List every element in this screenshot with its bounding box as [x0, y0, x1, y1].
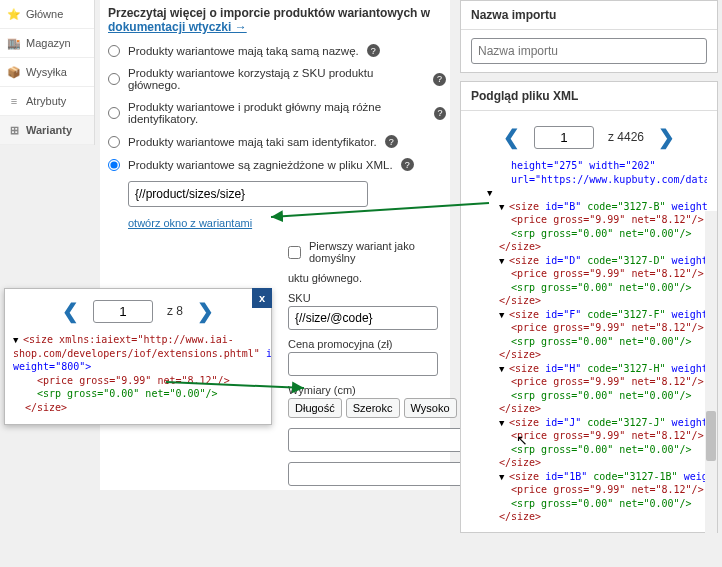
sidebar: ⭐Główne 🏬Magazyn 📦Wysyłka ≡Atrybuty ⊞War… — [0, 0, 95, 145]
xml-line[interactable]: ▼<size id="D" code="3127-D" weight="800"… — [475, 254, 707, 268]
radio-nested-xml[interactable]: Produkty wariantowe są zagnieżdżone w pl… — [108, 158, 446, 171]
xml-line[interactable]: <price gross="9.99" net="8.12"/> — [475, 321, 707, 335]
dim-width-button[interactable]: Szerokc — [346, 398, 400, 418]
grid-icon: ⊞ — [8, 124, 20, 136]
popup-pager: ❮ z 8 ❯ — [5, 299, 271, 323]
xml-line[interactable]: <price gross="9.99" net="8.12"/> — [475, 429, 707, 443]
cursor-icon: ↖ — [516, 432, 528, 448]
radio-input[interactable] — [108, 73, 120, 85]
sidebar-item-magazyn[interactable]: 🏬Magazyn — [0, 29, 94, 58]
sidebar-item-warianty[interactable]: ⊞Warianty — [0, 116, 94, 145]
xml-line[interactable]: <srp gross="0.00" net="0.00"/> — [475, 227, 707, 241]
sidebar-item-label: Atrybuty — [26, 95, 66, 107]
import-name-input[interactable] — [471, 38, 707, 64]
radio-diff-id[interactable]: Produkty wariantowe i produkt główny maj… — [108, 101, 446, 125]
pager-current-input[interactable] — [534, 126, 594, 149]
sku-field-wrap — [288, 306, 446, 330]
radio-input[interactable] — [108, 45, 120, 57]
xml-line[interactable]: ▼<size id="1B" code="3127-1B" weight="80… — [475, 470, 707, 484]
scrollbar[interactable] — [705, 211, 717, 567]
main-product-label: uktu głównego. — [288, 272, 446, 284]
sidebar-item-glowne[interactable]: ⭐Główne — [0, 0, 94, 29]
xml-line[interactable]: <srp gross="0.00" net="0.00"/> — [475, 497, 707, 511]
xml-line[interactable]: ▼<size id="F" code="3127-F" weight="800"… — [475, 308, 707, 322]
pager-next-icon[interactable]: ❯ — [658, 125, 675, 149]
xml-line[interactable]: ▼<size id="H" code="3127-H" weight="800"… — [475, 362, 707, 376]
radio-label: Produkty wariantowe i produkt główny maj… — [128, 101, 426, 125]
radio-label: Produkty wariantowe mają taki sam identy… — [128, 136, 377, 148]
sidebar-item-atrybuty[interactable]: ≡Atrybuty — [0, 87, 94, 116]
sku-label: SKU — [288, 292, 446, 304]
radio-input[interactable] — [108, 136, 120, 148]
xml-line[interactable]: </size> — [475, 240, 707, 254]
sidebar-item-label: Główne — [26, 8, 63, 20]
radio-label: Produkty wariantowe mają taką samą nazwę… — [128, 45, 359, 57]
scrollbar-thumb[interactable] — [706, 411, 716, 461]
list-icon: ≡ — [8, 95, 20, 107]
radio-input[interactable] — [108, 159, 120, 171]
help-icon[interactable]: ? — [433, 73, 446, 86]
pager-prev-icon[interactable]: ❮ — [62, 299, 79, 323]
variant-preview-popup: x ❮ z 8 ❯ ▼<size xmlns:iaiext="http://ww… — [4, 288, 272, 425]
radio-input[interactable] — [108, 107, 120, 119]
pager-total: z 8 — [167, 304, 183, 318]
close-button[interactable]: x — [252, 288, 272, 308]
pager-prev-icon[interactable]: ❮ — [503, 125, 520, 149]
sidebar-item-label: Magazyn — [26, 37, 71, 49]
sidebar-item-label: Wysyłka — [26, 66, 67, 78]
xml-tree[interactable]: height="275" width="202"url="https://www… — [471, 159, 707, 524]
radio-same-name[interactable]: Produkty wariantowe mają taką samą nazwę… — [108, 44, 446, 57]
xml-text: <size xmlns:iaiext="http://www.iai- — [23, 334, 234, 345]
xml-line[interactable]: <price gross="9.99" net="8.12"/> — [475, 375, 707, 389]
xml-line[interactable]: <price gross="9.99" net="8.12"/> — [475, 213, 707, 227]
xml-line[interactable]: </size> — [475, 510, 707, 524]
help-icon[interactable]: ? — [367, 44, 380, 57]
promo-input[interactable] — [288, 352, 438, 376]
pager-current-input[interactable] — [93, 300, 153, 323]
popup-xml-tree[interactable]: ▼<size xmlns:iaiext="http://www.iai- sho… — [5, 329, 271, 424]
xml-line[interactable]: ▼<size id="J" code="3127-J" weight="800"… — [475, 416, 707, 430]
xml-line[interactable]: <srp gross="0.00" net="0.00"/> — [475, 335, 707, 349]
dims-buttons: Długość Szerokc Wysoko — [288, 398, 446, 418]
dims-label: Wymiary (cm) — [288, 384, 446, 396]
xml-preview-title: Podgląd pliku XML — [461, 82, 717, 111]
select2-wrap — [288, 462, 446, 486]
radio-label: Produkty wariantowe są zagnieżdżone w pl… — [128, 159, 393, 171]
xml-preview-panel: Podgląd pliku XML ❮ z 4426 ❯ height="275… — [460, 81, 718, 533]
xml-line[interactable]: </size> — [475, 456, 707, 470]
sku-input[interactable] — [288, 306, 438, 330]
xml-line[interactable]: </size> — [475, 348, 707, 362]
first-variant-checkbox[interactable] — [288, 246, 301, 259]
xml-line[interactable]: <srp gross="0.00" net="0.00"/> — [475, 443, 707, 457]
xml-line[interactable]: url="https://www.kupbuty.com/data/gfx/ic… — [475, 173, 707, 187]
xml-line[interactable]: </size> — [475, 294, 707, 308]
warehouse-icon: 🏬 — [8, 37, 20, 49]
xml-line[interactable]: <srp gross="0.00" net="0.00"/> — [475, 281, 707, 295]
doc-link[interactable]: dokumentacji wtyczki → — [108, 20, 247, 34]
help-icon[interactable]: ? — [434, 107, 446, 120]
xml-line[interactable]: ▼<size id="B" code="3127-B" weight="800"… — [475, 200, 707, 214]
dim-length-button[interactable]: Długość — [288, 398, 342, 418]
xpath-input[interactable] — [128, 181, 368, 207]
xml-line[interactable]: <price gross="9.99" net="8.12"/> — [475, 267, 707, 281]
radio-same-id[interactable]: Produkty wariantowe mają taki sam identy… — [108, 135, 446, 148]
star-icon: ⭐ — [8, 8, 20, 20]
checkbox-label: Pierwszy wariant jako domyślny — [309, 240, 446, 264]
dim-height-button[interactable]: Wysoko — [404, 398, 457, 418]
xml-line[interactable]: <srp gross="0.00" net="0.00"/> — [475, 389, 707, 403]
shipping-icon: 📦 — [8, 66, 20, 78]
xml-line[interactable]: ▼ — [475, 186, 707, 200]
xml-line[interactable]: height="275" width="202" — [475, 159, 707, 173]
xml-line[interactable]: </size> — [475, 402, 707, 416]
open-variants-link[interactable]: otwórz okno z wariantami — [128, 217, 252, 229]
pager-next-icon[interactable]: ❯ — [197, 299, 214, 323]
help-icon[interactable]: ? — [385, 135, 398, 148]
xml-text: <srp gross="0.00" net="0.00"/> — [37, 388, 218, 399]
help-icon[interactable]: ? — [401, 158, 414, 171]
sidebar-item-wysylka[interactable]: 📦Wysyłka — [0, 58, 94, 87]
first-variant-checkbox-row: Pierwszy wariant jako domyślny — [288, 240, 446, 264]
radio-sku-main[interactable]: Produkty wariantowe korzystają z SKU pro… — [108, 67, 446, 91]
import-name-panel: Nazwa importu — [460, 0, 718, 73]
xml-text: <price gross="9.99" net="8.12"/> — [37, 375, 230, 386]
xml-line[interactable]: <price gross="9.99" net="8.12"/> — [475, 483, 707, 497]
